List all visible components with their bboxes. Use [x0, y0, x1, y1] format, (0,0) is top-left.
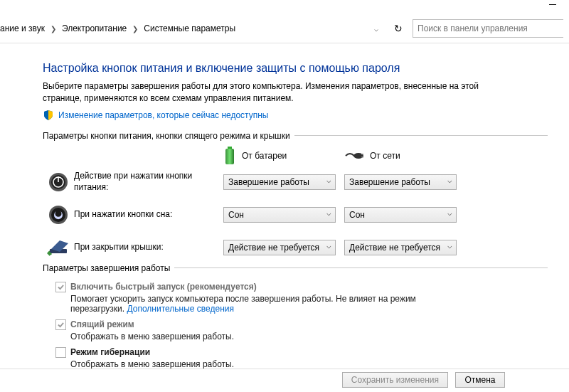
fast-startup-checkbox[interactable]	[55, 282, 66, 292]
power-button-label: Действие при нажатии кнопки питания:	[74, 171, 223, 193]
hibernate-description: Отображать в меню завершения работы.	[70, 359, 469, 369]
search-box[interactable]	[413, 19, 563, 38]
sleep-mode-checkbox[interactable]	[55, 319, 66, 330]
change-unavailable-link[interactable]: Изменение параметров, которые сейчас нед…	[58, 110, 269, 120]
breadcrumb-power[interactable]: Электропитание	[62, 23, 127, 33]
sleep-button-label: При нажатии кнопки сна:	[74, 209, 223, 221]
lid-battery-select[interactable]: Действие не требуется	[223, 240, 336, 255]
battery-icon	[223, 147, 236, 165]
checkmark-icon	[58, 322, 64, 328]
power-buttons-legend: Параметры кнопки питания, кнопки спящего…	[43, 131, 294, 141]
save-button: Сохранить изменения	[342, 372, 448, 388]
sleep-button-ac-select[interactable]: Сон	[344, 207, 457, 223]
battery-column-label: От батареи	[242, 151, 287, 161]
lid-ac-select[interactable]: Действие не требуется	[344, 240, 457, 255]
lid-icon	[47, 239, 70, 256]
svg-rect-3	[361, 154, 363, 155]
sleep-button-battery-select[interactable]: Сон	[223, 207, 336, 223]
lid-close-label: При закрытии крышки:	[74, 242, 223, 253]
shutdown-settings-group: Параметры завершения работы Включить быс…	[43, 263, 548, 375]
power-buttons-group: Параметры кнопки питания, кнопки спящего…	[43, 131, 548, 259]
address-bar: ание и звук ❯ Электропитание ❯ Системные…	[0, 14, 569, 43]
power-button-battery-select[interactable]: Завершение работы	[223, 174, 336, 190]
sleep-button-icon	[48, 205, 68, 225]
power-button-icon	[48, 172, 68, 192]
search-input[interactable]	[413, 20, 569, 37]
shutdown-settings-legend: Параметры завершения работы	[43, 263, 174, 273]
chevron-right-icon[interactable]: ❯	[131, 25, 139, 33]
sleep-mode-label: Спящий режим	[70, 319, 134, 329]
sleep-mode-description: Отображать в меню завершения работы.	[70, 332, 469, 341]
refresh-button[interactable]: ↻	[384, 23, 413, 34]
power-button-ac-select[interactable]: Завершение работы	[344, 174, 457, 190]
svg-rect-1	[225, 149, 234, 164]
hibernate-checkbox[interactable]	[55, 347, 66, 358]
chevron-right-icon[interactable]: ❯	[49, 25, 58, 33]
history-dropdown[interactable]: ⌵	[368, 25, 384, 33]
page-description: Выберите параметры завершения работы для…	[43, 80, 484, 105]
breadcrumb-category[interactable]: ание и звук	[0, 23, 45, 33]
plug-icon	[344, 150, 364, 161]
minimize-button[interactable]	[549, 4, 556, 6]
fast-startup-description: Помогает ускорить запуск компьютера посл…	[70, 294, 469, 314]
cancel-button[interactable]: Отмена	[455, 372, 505, 388]
command-bar: Сохранить изменения Отмена	[0, 369, 569, 392]
more-info-link[interactable]: Дополнительные сведения	[127, 304, 233, 314]
svg-rect-0	[228, 147, 232, 149]
fast-startup-label: Включить быстрый запуск (рекомендуется)	[70, 282, 257, 292]
svg-point-10	[51, 208, 65, 222]
shield-icon	[43, 110, 54, 121]
checkmark-icon	[58, 284, 64, 290]
ac-column-label: От сети	[370, 151, 400, 161]
svg-rect-4	[361, 157, 363, 158]
page-title: Настройка кнопок питания и включение защ…	[43, 62, 548, 75]
breadcrumb-system-settings[interactable]: Системные параметры	[144, 23, 235, 33]
hibernate-label: Режим гибернации	[70, 347, 150, 357]
